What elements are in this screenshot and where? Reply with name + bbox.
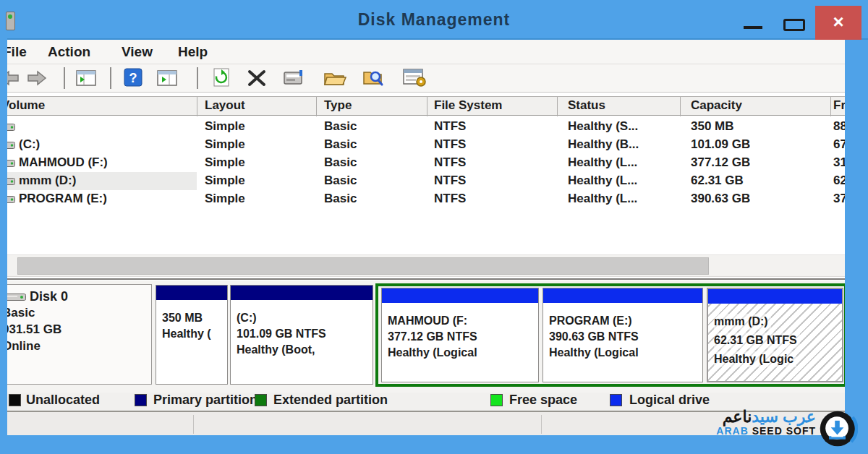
legend-label-unallocated: Unallocated: [26, 393, 100, 408]
legend-swatch-primary: [135, 394, 147, 406]
partition-name: PROGRAM (E:): [549, 313, 698, 329]
partition-size: 390.63 GB NTFS: [549, 329, 698, 345]
table-row[interactable]: (C:) Simple Basic NTFS Healthy (B... 101…: [0, 136, 845, 154]
partition-color-bar: [708, 289, 842, 304]
column-header-volume[interactable]: Volume: [1, 98, 45, 113]
manage-icon[interactable]: [402, 67, 424, 87]
partition-color-bar: [543, 288, 702, 303]
watermark-latin: ARAB SEED SOFT: [680, 426, 816, 437]
cell-type: Basic: [324, 192, 357, 206]
disk-status: Online: [2, 338, 148, 354]
maximize-button[interactable]: [783, 19, 805, 31]
table-row[interactable]: Simple Basic NTFS Healthy (S... 350 MB 8…: [0, 118, 845, 136]
partition-name: mmm (D:): [714, 314, 771, 330]
frame-left-strip: [0, 0, 7, 454]
cell-filesystem: NTFS: [434, 192, 466, 206]
table-row[interactable]: MAHMOUD (F:) Simple Basic NTFS Healthy (…: [0, 154, 845, 172]
cell-type: Basic: [324, 137, 357, 152]
help-icon[interactable]: ?: [123, 67, 145, 87]
partition-d-selected[interactable]: mmm (D:) 62.31 GB NTFS Healthy (Logic: [707, 288, 843, 382]
minimize-button[interactable]: [744, 26, 762, 29]
refresh-icon[interactable]: [211, 67, 233, 87]
cell-status: Healthy (B...: [568, 137, 639, 152]
pane-divider[interactable]: [0, 278, 845, 280]
disk-graphical-view: Disk 0 Basic 931.51 GB Online 350 MB Hea…: [0, 280, 845, 393]
legend-label-primary: Primary partition: [153, 393, 258, 408]
cell-layout: Simple: [205, 174, 245, 188]
partition-name: MAHMOUD (F:: [388, 313, 534, 329]
disk-size: 931.51 GB: [2, 321, 148, 338]
column-header-free[interactable]: Fre: [833, 98, 845, 113]
legend-swatch-free: [490, 394, 503, 406]
delete-icon[interactable]: [246, 68, 268, 88]
column-header-capacity[interactable]: Capacity: [691, 98, 742, 113]
legend-swatch-unallocated: [9, 394, 21, 406]
menu-view[interactable]: View: [122, 44, 153, 60]
toolbar-separator: [197, 67, 198, 89]
cell-layout: Simple: [205, 155, 245, 170]
column-separator[interactable]: [427, 97, 427, 116]
partition-color-bar: [382, 288, 538, 303]
cell-status: Healthy (L...: [568, 155, 637, 170]
cell-status: Healthy (L...: [568, 174, 637, 188]
partition-status: Healthy (: [162, 326, 223, 342]
watermark: عرب سيدناعم ARAB SEED SOFT: [680, 407, 861, 454]
open-folder-icon[interactable]: [323, 68, 344, 88]
cell-free: 62.: [833, 174, 845, 188]
forward-icon[interactable]: [26, 68, 48, 88]
column-separator[interactable]: [316, 97, 317, 116]
cell-filesystem: NTFS: [434, 137, 466, 152]
scrollbar-thumb[interactable]: [17, 257, 709, 275]
cell-capacity: 377.12 GB: [691, 155, 750, 170]
cell-status: Healthy (S...: [568, 119, 638, 134]
toolbar-separator: [64, 67, 65, 89]
cell-layout: Simple: [205, 192, 245, 206]
watermark-arabic: عرب سيدناعم: [680, 408, 816, 426]
column-separator[interactable]: [830, 97, 831, 116]
toolbar-separator: [110, 67, 111, 89]
partition-status: Healthy (Logical: [388, 345, 534, 361]
partition-system-reserved[interactable]: 350 MB Healthy (: [156, 285, 228, 385]
cell-volume: mmm (D:): [19, 174, 192, 188]
cell-capacity: 390.63 GB: [691, 192, 750, 206]
cell-capacity: 101.09 GB: [691, 137, 750, 152]
column-separator[interactable]: [557, 97, 558, 116]
column-header-status[interactable]: Status: [568, 98, 605, 113]
show-action-pane-icon[interactable]: [156, 68, 178, 88]
column-separator[interactable]: [197, 97, 197, 116]
close-button[interactable]: ×: [815, 6, 861, 40]
cell-layout: Simple: [205, 119, 245, 134]
search-icon[interactable]: [362, 67, 383, 87]
show-console-tree-icon[interactable]: [75, 68, 97, 88]
partition-status: Healthy (Logic: [714, 351, 796, 367]
partition-c[interactable]: (C:) 101.09 GB NTFS Healthy (Boot,: [230, 285, 373, 385]
statusbar-divider: [541, 415, 542, 434]
column-separator[interactable]: [680, 97, 681, 116]
legend-label-free: Free space: [509, 393, 577, 408]
window-title: Disk Management: [0, 10, 868, 30]
table-row-selected[interactable]: mmm (D:) Simple Basic NTFS Healthy (L...…: [0, 172, 845, 190]
partition-f[interactable]: MAHMOUD (F: 377.12 GB NTFS Healthy (Logi…: [381, 288, 539, 382]
partition-size: 377.12 GB NTFS: [388, 329, 534, 345]
disk-name: Disk 0: [30, 289, 68, 304]
menu-help[interactable]: Help: [178, 44, 208, 60]
column-header-layout[interactable]: Layout: [205, 98, 245, 113]
partition-e[interactable]: PROGRAM (E:) 390.63 GB NTFS Healthy (Log…: [542, 288, 703, 382]
cell-free: 316: [833, 155, 845, 170]
column-header-type[interactable]: Type: [324, 98, 352, 113]
column-header-filesystem[interactable]: File System: [434, 98, 503, 113]
cell-capacity: 62.31 GB: [691, 174, 744, 188]
cell-free: 67.: [833, 137, 845, 152]
partition-color-bar: [156, 286, 227, 300]
cell-free: 88: [833, 119, 845, 134]
disk0-panel[interactable]: Disk 0 Basic 931.51 GB Online: [0, 284, 152, 385]
properties-icon[interactable]: [282, 68, 304, 88]
legend-label-logical: Logical drive: [629, 393, 710, 408]
horizontal-scrollbar[interactable]: [0, 254, 845, 277]
cell-type: Basic: [324, 174, 357, 188]
table-row[interactable]: PROGRAM (E:) Simple Basic NTFS Healthy (…: [0, 190, 845, 208]
disk-management-window: File Action View Help ? Volume Layout Ty…: [0, 40, 845, 435]
menu-action[interactable]: Action: [48, 44, 90, 60]
legend-label-extended: Extended partition: [273, 393, 388, 408]
window-icon: [6, 12, 15, 30]
